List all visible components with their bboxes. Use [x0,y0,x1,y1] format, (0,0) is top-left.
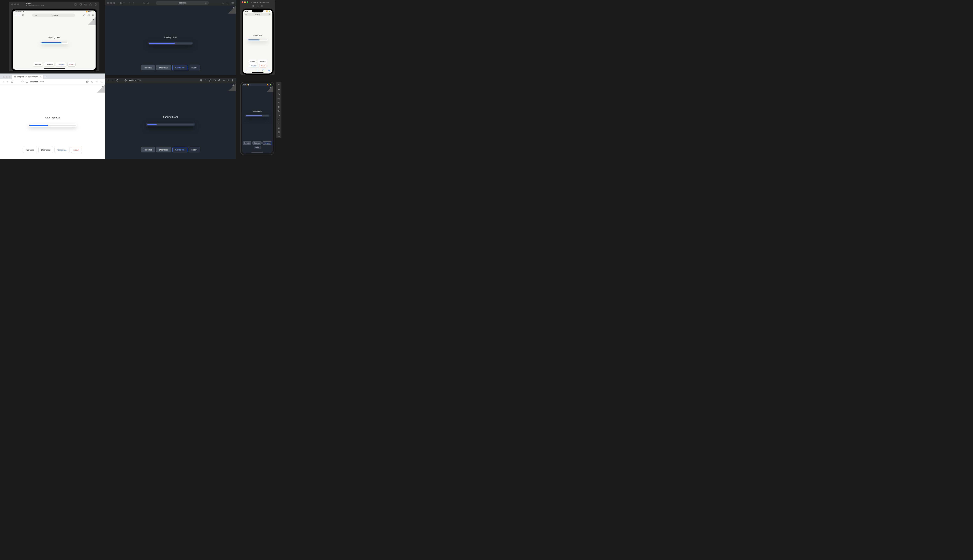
new-tab-icon[interactable] [227,2,229,4]
window-max-dot[interactable] [17,3,19,5]
decrease-button[interactable]: Decrease [156,65,171,70]
complete-button[interactable]: Complete [262,142,272,145]
window-close-dot[interactable] [3,76,5,78]
chrome-tabbar[interactable]: Progress | GUI Challenges + [0,73,105,79]
home-indicator[interactable] [251,152,263,152]
increase-button[interactable]: Increase [248,60,257,63]
reset-button[interactable]: Reset [254,146,261,149]
extension-icon[interactable] [91,80,94,83]
forward-button[interactable] [132,2,135,4]
sidebar-icon[interactable] [119,2,122,4]
share-icon[interactable] [204,79,207,82]
home-icon[interactable] [257,5,259,7]
new-tab-button[interactable]: + [43,75,47,79]
iphone-address-bar[interactable]: AA localhost ⟳ [244,13,271,15]
site-info-icon[interactable] [124,79,127,82]
window-min-dot[interactable] [14,3,16,5]
increase-button[interactable]: Increase [242,142,251,145]
rotate-icon[interactable] [261,5,263,7]
window-close-dot[interactable] [11,3,13,5]
back-button[interactable] [2,80,5,83]
reset-button[interactable]: Reset [189,65,200,70]
back-button[interactable] [245,69,247,72]
profile-icon[interactable] [227,79,229,82]
increase-button[interactable]: Increase [33,63,43,67]
increase-button[interactable]: Increase [23,147,37,153]
share-icon[interactable] [257,69,259,72]
bookmarks-icon[interactable] [262,69,264,72]
tabs-icon[interactable] [92,13,94,17]
reload-icon[interactable] [11,80,13,83]
safari-address-bar[interactable]: localhost [156,1,209,5]
menu-icon[interactable] [100,80,103,83]
decrease-button[interactable]: Decrease [156,147,171,152]
shield-icon[interactable] [21,80,24,83]
rotate-left-icon[interactable] [278,106,280,108]
sim-titlebar[interactable]: iPad Air 4th generation – iOS 14.5 [9,2,99,7]
complete-button[interactable]: Complete [249,64,258,67]
complete-button[interactable]: Complete [172,65,187,70]
power-icon[interactable] [278,93,280,95]
decrease-button[interactable]: Decrease [38,147,53,153]
minimize-icon[interactable]: — [278,88,280,91]
complete-button[interactable]: Complete [56,63,66,67]
home-icon[interactable] [89,3,92,6]
decrease-button[interactable]: Decrease [258,60,267,63]
back-button[interactable] [129,2,131,4]
window-max-dot[interactable] [8,76,10,78]
menu-icon[interactable] [231,79,234,82]
android-overview-icon[interactable] [278,131,280,133]
decrease-button[interactable]: Decrease [252,142,262,145]
sidebar-icon[interactable] [22,13,24,17]
reload-icon[interactable] [116,79,119,82]
ipad-address-bar[interactable]: AA localhost [32,13,75,17]
rotate-icon[interactable] [94,3,97,6]
reset-button[interactable]: Reset [67,63,75,67]
complete-button[interactable]: Complete [172,147,187,152]
reload-icon[interactable] [205,2,207,4]
zoom-icon[interactable] [278,118,280,120]
increase-button[interactable]: Increase [141,65,155,70]
close-icon[interactable]: ✕ [278,83,280,86]
back-button[interactable] [107,79,110,82]
android-back-icon[interactable] [278,123,280,125]
reader-aa-icon[interactable]: AA [245,13,247,15]
home-indicator[interactable] [43,68,65,69]
rotate-right-icon[interactable] [278,110,280,112]
window-close-dot[interactable] [107,2,109,4]
forward-button[interactable] [112,79,114,82]
volume-up-icon[interactable] [278,98,280,100]
reload-icon[interactable]: ⟳ [269,13,270,15]
forward-button[interactable] [18,13,20,17]
home-indicator[interactable] [252,72,264,73]
browser-tab[interactable]: Progress | GUI Challenges [12,75,43,79]
reset-button[interactable]: Reset [189,147,200,152]
android-home-icon[interactable] [278,127,280,129]
decrease-button[interactable]: Decrease [44,63,55,67]
bookmark-icon[interactable] [209,79,212,82]
safari-titlebar[interactable]: localhost [105,0,236,6]
extension-green-icon[interactable] [214,79,216,82]
share-icon[interactable] [83,13,85,17]
volume-down-icon[interactable] [278,102,280,103]
sim-titlebar[interactable]: iPhone 12 Pro – iOS 14.5 [240,0,275,4]
back-button[interactable] [15,13,17,17]
window-min-dot[interactable] [110,2,112,4]
more-icon[interactable]: ⋯ [278,135,280,138]
sparkle-icon[interactable] [74,3,77,6]
tabs-overview-icon[interactable] [231,2,234,4]
screenshot-icon[interactable] [79,3,82,6]
reader-aa-icon[interactable]: AA [35,15,37,16]
tabs-icon[interactable] [268,69,270,72]
bookmark-icon[interactable] [86,80,89,83]
chrome-address-bar[interactable]: localhost:3000 [30,81,44,83]
share-icon[interactable] [222,2,224,4]
chevron-down-icon[interactable] [123,2,125,4]
camera-icon[interactable] [252,5,254,7]
reset-button[interactable]: Reset [71,147,82,153]
extensions-icon[interactable] [96,80,98,83]
extensions-icon[interactable] [218,79,221,82]
privacy-shield-icon[interactable] [143,2,145,4]
window-close-dot[interactable] [242,2,243,3]
window-max-dot[interactable] [113,2,115,4]
